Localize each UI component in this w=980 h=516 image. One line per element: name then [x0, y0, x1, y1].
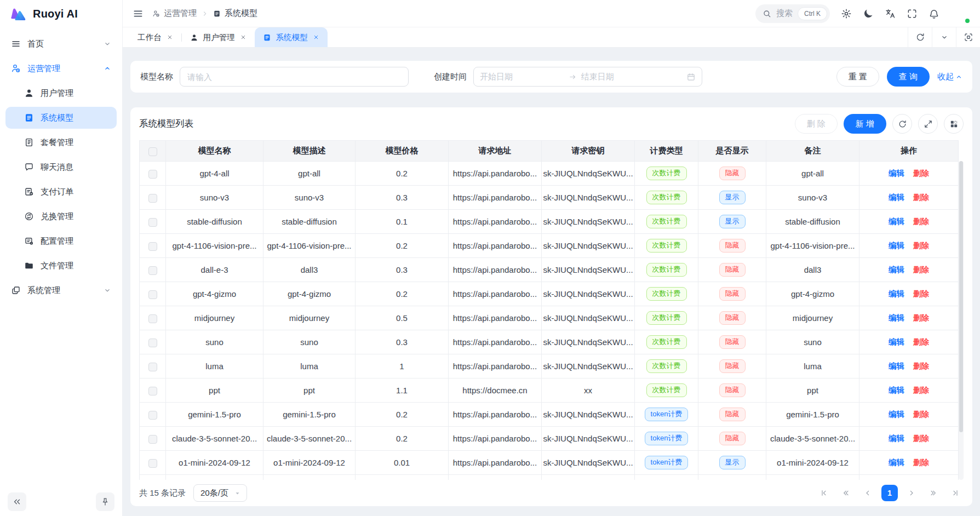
tab-more-button[interactable]	[932, 27, 956, 47]
tab-maximize-button[interactable]	[956, 27, 980, 47]
edit-link[interactable]: 编辑	[889, 337, 904, 346]
edit-link[interactable]: 编辑	[889, 313, 904, 322]
next-group-button[interactable]	[925, 485, 942, 501]
open-tabs: 工作台用户管理系统模型	[123, 27, 328, 47]
edit-link[interactable]: 编辑	[889, 169, 904, 177]
notifications-icon[interactable]	[929, 8, 939, 19]
visibility-cell: 隐藏	[698, 427, 766, 451]
delete-link[interactable]: 删除	[913, 362, 929, 370]
tab-系统模型[interactable]: 系统模型	[255, 27, 328, 47]
delete-link[interactable]: 删除	[913, 337, 929, 346]
language-icon[interactable]	[885, 8, 896, 19]
date-range-picker[interactable]: 开始日期 结束日期	[473, 67, 702, 87]
delete-button[interactable]: 删 除	[795, 114, 838, 134]
row-checkbox[interactable]	[148, 339, 157, 347]
row-checkbox[interactable]	[148, 242, 157, 251]
search-input[interactable]: 搜索 Ctrl K	[755, 4, 830, 23]
add-button[interactable]: 新 增	[844, 114, 886, 134]
sidebar-item-label: 用户管理	[41, 88, 111, 99]
close-icon[interactable]	[240, 34, 247, 41]
delete-link[interactable]: 删除	[913, 217, 929, 226]
row-checkbox[interactable]	[148, 194, 157, 203]
edit-link[interactable]: 编辑	[889, 386, 904, 394]
row-checkbox[interactable]	[148, 170, 157, 179]
stack-icon	[11, 285, 21, 295]
prev-group-button[interactable]	[838, 485, 854, 501]
request-url-cell: https://api.pandarobo...	[449, 354, 542, 379]
close-icon[interactable]	[313, 34, 319, 41]
sidebar-item-redeem[interactable]: 兑换管理	[5, 205, 117, 227]
breadcrumb-item[interactable]: 运营管理	[152, 8, 197, 19]
model-name-input[interactable]	[180, 67, 409, 87]
delete-link[interactable]: 删除	[913, 386, 929, 394]
sidebar-item-chat[interactable]: 聊天消息	[5, 156, 117, 178]
first-page-button[interactable]	[816, 485, 832, 501]
row-checkbox[interactable]	[148, 411, 157, 420]
edit-link[interactable]: 编辑	[889, 241, 904, 250]
table-scrollbar-thumb[interactable]	[959, 161, 963, 432]
sidebar-item-plans[interactable]: 套餐管理	[5, 131, 117, 153]
edit-link[interactable]: 编辑	[889, 458, 904, 467]
sidebar-item-orders[interactable]: 支付订单	[5, 181, 117, 203]
sidebar-item-config[interactable]: 配置管理	[5, 230, 117, 252]
delete-link[interactable]: 删除	[913, 458, 929, 467]
row-select-cell	[140, 306, 166, 330]
row-checkbox[interactable]	[148, 314, 157, 323]
row-checkbox[interactable]	[148, 290, 157, 299]
page-size-select[interactable]: 20条/页	[193, 484, 247, 502]
delete-link[interactable]: 删除	[913, 410, 929, 418]
model-list-panel: 系统模型列表 删 除 新 增 模型名称模型描述模型价格请求地址请求密钥计费类型是…	[130, 107, 972, 506]
delete-link[interactable]: 删除	[913, 193, 929, 202]
sidebar-item-system[interactable]: 系统管理	[5, 279, 117, 301]
collapse-filter-link[interactable]: 收起	[937, 72, 962, 82]
delete-link[interactable]: 删除	[913, 241, 929, 250]
date-range-arrow-icon	[569, 73, 577, 81]
edit-link[interactable]: 编辑	[889, 265, 904, 274]
tab-用户管理[interactable]: 用户管理	[182, 27, 255, 47]
edit-link[interactable]: 编辑	[889, 434, 904, 443]
next-page-button[interactable]	[903, 485, 920, 501]
sidebar-collapse-button[interactable]	[8, 492, 26, 511]
sidebar-item-models[interactable]: 系统模型	[5, 107, 117, 129]
avatar[interactable]	[950, 4, 970, 24]
delete-link[interactable]: 删除	[913, 265, 929, 274]
last-page-button[interactable]	[947, 485, 964, 501]
settings-icon[interactable]	[841, 8, 852, 19]
sidebar-item-operations[interactable]: 运营管理	[5, 58, 117, 79]
row-checkbox[interactable]	[148, 266, 157, 275]
row-checkbox[interactable]	[148, 459, 157, 468]
close-icon[interactable]	[167, 34, 173, 41]
edit-link[interactable]: 编辑	[889, 410, 904, 418]
delete-link[interactable]: 删除	[913, 313, 929, 322]
edit-link[interactable]: 编辑	[889, 362, 904, 370]
tab-refresh-button[interactable]	[908, 27, 932, 47]
search-button[interactable]: 查 询	[887, 67, 930, 87]
row-checkbox[interactable]	[148, 435, 157, 444]
edit-link[interactable]: 编辑	[889, 289, 904, 298]
dark-mode-icon[interactable]	[863, 8, 874, 19]
reset-button[interactable]: 重 置	[836, 67, 879, 87]
table-refresh-button[interactable]	[892, 114, 912, 134]
edit-link[interactable]: 编辑	[889, 217, 904, 226]
fullscreen-icon[interactable]	[907, 8, 918, 19]
current-page-button[interactable]: 1	[881, 485, 898, 501]
breadcrumb-item[interactable]: 系统模型	[213, 8, 257, 19]
table-columns-button[interactable]	[944, 114, 964, 134]
hamburger-menu-icon[interactable]	[133, 8, 144, 19]
tab-工作台[interactable]: 工作台	[129, 27, 181, 47]
sidebar-item-home[interactable]: 首页	[5, 33, 117, 55]
select-all-checkbox[interactable]	[148, 147, 157, 156]
row-checkbox[interactable]	[148, 387, 157, 395]
delete-link[interactable]: 删除	[913, 434, 929, 443]
chevron-down-icon	[104, 286, 111, 294]
row-checkbox[interactable]	[148, 363, 157, 371]
sidebar-item-files[interactable]: 文件管理	[5, 255, 117, 277]
edit-link[interactable]: 编辑	[889, 193, 904, 202]
row-checkbox[interactable]	[148, 218, 157, 227]
delete-link[interactable]: 删除	[913, 289, 929, 298]
prev-page-button[interactable]	[859, 485, 876, 501]
delete-link[interactable]: 删除	[913, 169, 929, 177]
table-expand-button[interactable]	[918, 114, 938, 134]
sidebar-pin-button[interactable]	[96, 492, 114, 511]
sidebar-item-users[interactable]: 用户管理	[5, 82, 117, 104]
